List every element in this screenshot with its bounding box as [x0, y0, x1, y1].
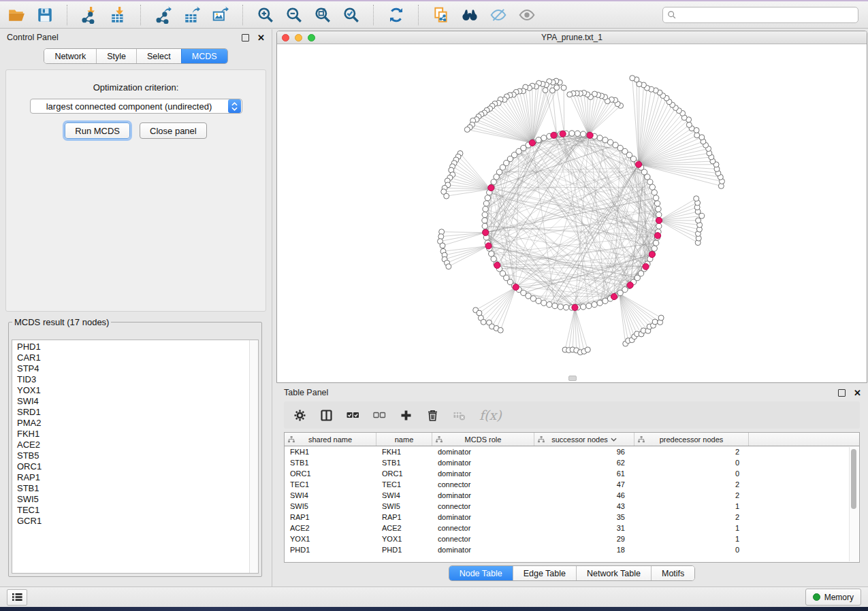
dominator-node[interactable] [513, 284, 519, 290]
dominator-node[interactable] [656, 217, 662, 223]
dominator-node[interactable] [560, 131, 566, 137]
network-node[interactable] [543, 88, 548, 93]
settings-gear-icon[interactable] [293, 409, 306, 422]
network-node[interactable] [482, 212, 487, 217]
table-row[interactable]: PHD1PHD1dominator180 [285, 544, 859, 555]
dominator-node[interactable] [635, 161, 641, 167]
copy-share-icon[interactable] [432, 5, 451, 24]
tab-motifs[interactable]: Motifs [651, 566, 694, 580]
mcds-result-item[interactable]: PMA2 [17, 418, 249, 429]
table-row[interactable]: ACE2ACE2connector311 [285, 523, 859, 533]
network-node[interactable] [581, 304, 586, 310]
dominator-node[interactable] [654, 233, 660, 239]
table-row[interactable]: SWI4SWI4dominator462 [285, 490, 859, 501]
mcds-result-item[interactable]: PHD1 [17, 342, 249, 352]
column-header-predecessor-nodes[interactable]: predecessor nodes [634, 433, 749, 446]
network-node[interactable] [656, 223, 662, 229]
tab-select[interactable]: Select [136, 49, 181, 63]
network-node[interactable] [567, 92, 573, 97]
network-node[interactable] [563, 305, 568, 310]
network-window-titlebar[interactable]: YPA_prune.txt_1 [277, 31, 867, 44]
tab-node-table[interactable]: Node Table [449, 566, 513, 580]
network-node[interactable] [652, 319, 658, 325]
network-node[interactable] [530, 296, 536, 301]
dominator-node[interactable] [483, 229, 489, 235]
network-graph[interactable] [277, 44, 867, 383]
network-node[interactable] [654, 201, 660, 206]
memory-button[interactable]: Memory [805, 589, 861, 606]
mcds-result-item[interactable]: TID3 [17, 374, 249, 385]
zoom-out-icon[interactable] [285, 5, 304, 24]
tab-edge-table[interactable]: Edge Table [513, 566, 576, 580]
network-node[interactable] [585, 347, 590, 352]
optimization-criterion-select[interactable]: largest connected component (undirected) [30, 99, 242, 114]
column-header-successor-nodes[interactable]: successor nodes [534, 433, 634, 446]
table-row[interactable]: STB1STB1dominator620 [285, 457, 859, 468]
run-mcds-button[interactable]: Run MCDS [65, 122, 130, 139]
mcds-result-item[interactable]: TEC1 [17, 505, 249, 516]
mcds-result-item[interactable]: RAP1 [17, 472, 249, 483]
dominator-node[interactable] [494, 262, 500, 268]
tab-style[interactable]: Style [96, 49, 136, 63]
network-node[interactable] [581, 131, 586, 137]
network-node[interactable] [592, 301, 597, 307]
network-node[interactable] [653, 195, 658, 201]
network-node[interactable] [482, 218, 487, 223]
network-node[interactable] [602, 298, 608, 303]
add-column-icon[interactable] [400, 409, 413, 422]
dominator-node[interactable] [643, 263, 649, 269]
table-row[interactable]: FKH1FKH1dominator962 [285, 446, 859, 457]
network-node[interactable] [652, 246, 657, 251]
dominator-node[interactable] [649, 251, 655, 257]
mcds-result-item[interactable]: ORC1 [17, 461, 249, 472]
tab-network-table[interactable]: Network Table [576, 566, 651, 580]
network-node[interactable] [586, 303, 592, 308]
save-session-icon[interactable] [35, 5, 54, 24]
close-table-panel-icon[interactable]: ✕ [854, 390, 861, 396]
network-canvas[interactable] [277, 44, 867, 383]
mcds-result-item[interactable]: FKH1 [17, 429, 249, 440]
zoom-in-icon[interactable] [256, 5, 275, 24]
network-node[interactable] [694, 133, 700, 138]
search-binoculars-icon[interactable] [460, 5, 479, 24]
mcds-result-item[interactable]: CAR1 [17, 352, 249, 363]
network-node[interactable] [696, 218, 701, 223]
network-node[interactable] [485, 195, 490, 201]
network-node[interactable] [440, 243, 445, 248]
mcds-list-scrollbar[interactable] [249, 340, 258, 573]
network-node[interactable] [554, 85, 560, 90]
network-node[interactable] [446, 264, 451, 269]
mcds-result-item[interactable]: ACE2 [17, 440, 249, 450]
network-node[interactable] [656, 212, 662, 217]
import-network-icon[interactable] [80, 5, 99, 24]
network-node[interactable] [658, 315, 664, 320]
table-row[interactable]: YOX1YOX1connector291 [285, 533, 859, 544]
dominator-node[interactable] [587, 132, 593, 138]
column-header-name[interactable]: name [376, 433, 432, 446]
import-table-icon[interactable] [109, 5, 128, 24]
open-file-icon[interactable] [7, 5, 26, 24]
network-node[interactable] [569, 131, 575, 136]
network-node[interactable] [498, 327, 503, 333]
table-scrollbar[interactable] [849, 447, 858, 561]
network-node[interactable] [649, 184, 655, 190]
splitter-grip[interactable] [568, 376, 577, 381]
table-row[interactable]: TEC1TEC1connector472 [285, 479, 859, 490]
network-node[interactable] [694, 196, 699, 201]
network-node[interactable] [602, 137, 608, 143]
float-table-panel-icon[interactable] [838, 389, 846, 397]
zoom-fit-icon[interactable] [313, 5, 332, 24]
network-node[interactable] [561, 85, 566, 90]
network-node[interactable] [464, 127, 470, 132]
network-node[interactable] [558, 304, 563, 310]
deselect-all-checkboxes-icon[interactable] [373, 409, 386, 422]
network-node[interactable] [483, 201, 489, 206]
dominator-node[interactable] [551, 132, 557, 138]
tab-mcds[interactable]: MCDS [181, 49, 227, 63]
dominator-node[interactable] [611, 293, 617, 299]
zoom-selected-icon[interactable] [342, 5, 361, 24]
mcds-result-item[interactable]: STB1 [17, 483, 249, 494]
column-header-shared-name[interactable]: shared name [285, 433, 376, 446]
network-node[interactable] [483, 206, 488, 212]
split-columns-icon[interactable] [320, 409, 333, 422]
